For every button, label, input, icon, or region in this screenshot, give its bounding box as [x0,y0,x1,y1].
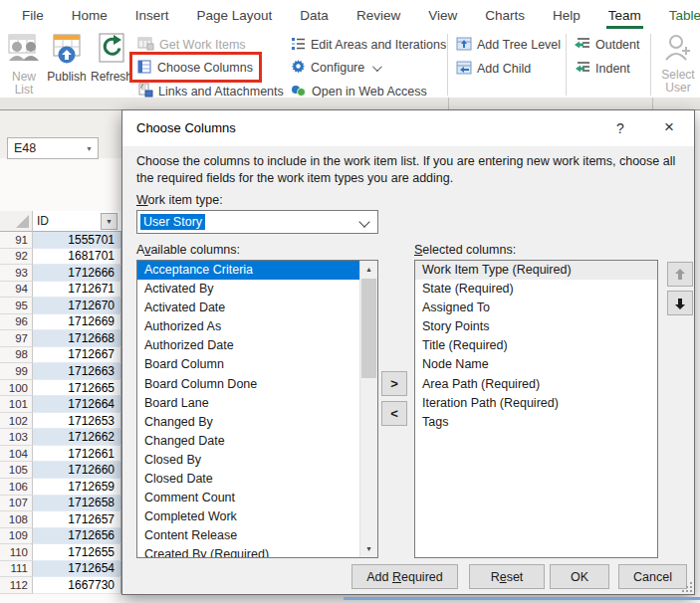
id-cell[interactable]: 1712667 [33,347,121,364]
id-cell[interactable]: 1712657 [33,511,121,528]
id-cell[interactable]: 1712661 [33,446,121,463]
list-item[interactable]: Node Name [415,355,657,374]
scroll-down-icon[interactable]: ▼ [360,540,377,557]
dialog-close-button[interactable]: × [650,114,688,140]
outdent-button[interactable]: Outdent [574,35,639,55]
list-item[interactable]: Board Column [137,355,360,374]
move-down-button[interactable] [667,291,693,315]
add-tree-level-button[interactable]: Add Tree Level [456,35,561,55]
id-cell[interactable]: 1681701 [33,249,121,266]
list-item[interactable]: Changed Date [137,432,360,451]
id-cell[interactable]: 1712671 [33,282,121,299]
row-number[interactable]: 109 [0,528,33,545]
row-number[interactable]: 101 [0,396,33,413]
row-number[interactable]: 95 [0,298,33,314]
id-column-header[interactable]: ID ▼ [33,211,121,232]
configure-button[interactable]: Configure [291,58,379,78]
id-cell[interactable]: 1712669 [33,314,121,331]
list-item[interactable]: Authorized Date [137,336,360,355]
tab-page-layout[interactable]: Page Layout [183,0,287,30]
row-number[interactable]: 103 [0,429,33,446]
tab-team[interactable]: Team [594,0,655,30]
id-cell[interactable]: 1712660 [33,462,121,479]
select-all-corner[interactable] [0,211,33,232]
list-item[interactable]: Assigned To [415,299,657,317]
row-number[interactable]: 92 [0,249,33,266]
tab-view[interactable]: View [414,0,471,30]
id-cell[interactable]: 1667730 [33,577,121,594]
list-item[interactable]: Area Path (Required) [415,375,657,394]
resize-grip[interactable] [682,582,692,592]
move-right-button[interactable]: > [381,371,407,396]
row-number[interactable]: 98 [0,347,33,364]
id-cell[interactable]: 1712664 [33,396,121,413]
list-item[interactable]: Comment Count [137,489,360,507]
list-item[interactable]: Activated By [137,280,360,299]
list-item[interactable]: Changed By [137,413,360,432]
row-number[interactable]: 94 [0,282,33,299]
row-number[interactable]: 105 [0,462,33,479]
row-number[interactable]: 107 [0,496,33,512]
available-list-scrollbar[interactable]: ▲ ▼ [359,261,377,557]
list-item[interactable]: Story Points [415,317,657,336]
list-item[interactable]: Completed Work [137,507,360,526]
row-number[interactable]: 93 [0,265,33,282]
dialog-titlebar[interactable]: Choose Columns ? × [122,110,694,146]
list-item[interactable]: Iteration Path (Required) [415,394,657,413]
move-up-button[interactable] [667,262,693,287]
combo-chevron-icon[interactable] [358,216,369,227]
list-item[interactable]: Board Column Done [137,375,360,394]
ok-button[interactable]: OK [550,564,609,589]
list-item[interactable]: Board Lane [137,394,360,413]
tab-charts[interactable]: Charts [471,0,539,30]
tab-data[interactable]: Data [286,0,343,30]
list-item[interactable]: Created By (Required) [137,545,360,558]
id-cell[interactable]: 1712655 [33,544,121,561]
list-item[interactable]: State (Required) [415,280,657,299]
row-number[interactable]: 96 [0,314,33,331]
row-number[interactable]: 111 [0,561,33,578]
id-cell[interactable]: 1712659 [33,479,121,496]
name-box-dropdown-icon[interactable]: ▼ [86,145,93,152]
row-number[interactable]: 99 [0,363,33,380]
list-item[interactable]: Authorized As [137,317,360,336]
edit-areas-iterations-button[interactable]: Edit Areas and Iterations [291,35,446,55]
row-number[interactable]: 108 [0,511,33,528]
row-number[interactable]: 104 [0,446,33,463]
id-cell[interactable]: 1712663 [33,363,121,380]
list-item[interactable]: Content Release [137,526,360,545]
work-item-type-dropdown[interactable]: User Story [136,210,378,234]
row-number[interactable]: 97 [0,330,33,347]
row-number[interactable]: 110 [0,544,33,561]
scroll-up-icon[interactable]: ▲ [360,261,377,278]
row-number[interactable]: 102 [0,413,33,430]
list-item[interactable]: Tags [415,413,657,432]
tab-help[interactable]: Help [539,0,594,30]
id-cell[interactable]: 1712653 [33,413,121,430]
id-cell[interactable]: 1712658 [33,496,121,512]
list-item[interactable]: Title (Required) [415,336,657,355]
add-required-button[interactable]: Add Required [351,564,458,589]
row-number[interactable]: 112 [0,577,33,594]
name-box[interactable]: E48 ▼ [7,137,99,159]
row-number[interactable]: 91 [0,232,33,249]
tab-insert[interactable]: Insert [121,0,183,30]
indent-button[interactable]: Indent [574,59,630,79]
scrollbar-thumb[interactable] [361,279,376,378]
id-cell[interactable]: 1555701 [33,232,121,249]
list-item[interactable]: Closed Date [137,470,360,489]
refresh-button[interactable]: Refresh [89,33,134,84]
cancel-button[interactable]: Cancel [618,564,687,589]
list-item[interactable]: Closed By [137,451,360,470]
list-item[interactable]: Acceptance Criteria [137,261,360,280]
tab-review[interactable]: Review [343,0,414,30]
id-cell[interactable]: 1712668 [33,330,121,347]
id-cell[interactable]: 1712662 [33,429,121,446]
publish-button[interactable]: Publish [44,33,90,84]
tab-table-design[interactable]: Table De [655,0,700,30]
tab-file[interactable]: File [8,0,58,30]
id-cell[interactable]: 1712670 [33,298,121,314]
id-cell[interactable]: 1712654 [33,561,121,578]
tab-home[interactable]: Home [58,0,121,30]
dialog-help-button[interactable]: ? [604,116,636,140]
